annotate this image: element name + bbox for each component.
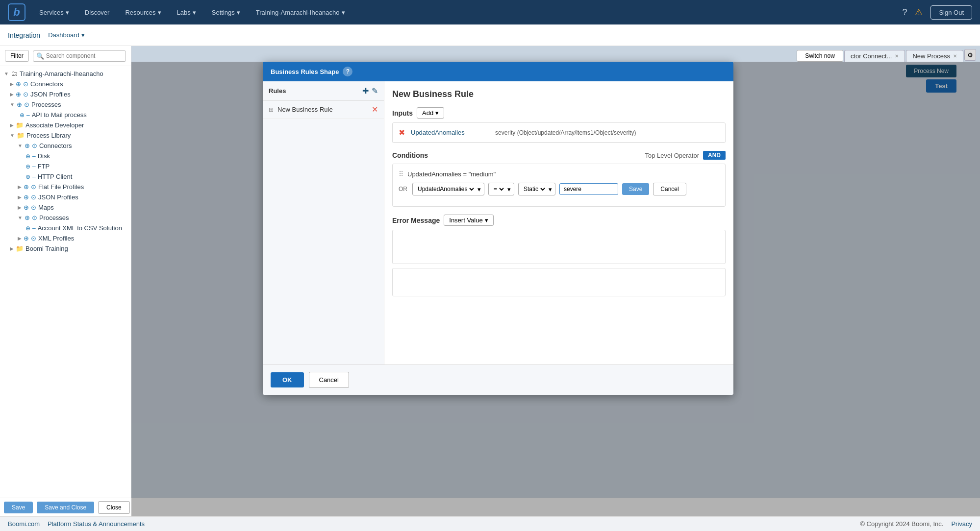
modal-footer: OK Cancel	[263, 364, 733, 395]
top-nav: b Services ▾ Discover Resources ▾ Labs ▾…	[0, 0, 980, 24]
tree-item-process-library[interactable]: ▼ 📁 Process Library	[0, 130, 131, 141]
and-badge[interactable]: AND	[703, 151, 726, 160]
nav-settings[interactable]: Settings ▾	[206, 6, 246, 19]
chevron-down-icon: ▾	[66, 9, 69, 16]
condition-type-dropdown[interactable]: Static	[522, 185, 547, 193]
tree-item-disk[interactable]: ⊕ – Disk	[0, 151, 131, 161]
filter-button[interactable]: Filter	[5, 50, 29, 62]
chevron-down-icon: ▾	[193, 9, 196, 16]
tree-item-processes[interactable]: ▼ ⊕ ⊙ Processes	[0, 99, 131, 110]
condition-cancel-button[interactable]: Cancel	[653, 183, 686, 195]
chevron-down-icon: ▾	[158, 9, 161, 16]
ok-button[interactable]: OK	[271, 372, 304, 387]
nav-services[interactable]: Services ▾	[33, 6, 75, 19]
tree-item-json-profiles[interactable]: ▶ ⊕ ⊙ JSON Profiles	[0, 89, 131, 99]
condition-field-select[interactable]: UpdatedAnomalies ▾	[412, 183, 484, 195]
platform-link[interactable]: Platform Status & Announcements	[48, 520, 145, 528]
close-tab-connector-icon[interactable]: ✕	[895, 53, 899, 59]
tree-item-connectors[interactable]: ▶ ⊕ ⊙ Connectors	[0, 79, 131, 89]
rules-panel: Rules ✚ ✎ ⊞ New Business Rule ✕	[263, 81, 384, 364]
input-row: ✖ UpdatedAnomalies severity (Object/upda…	[393, 123, 725, 143]
close-tab-new-icon[interactable]: ✕	[953, 53, 957, 59]
condition-op-dropdown[interactable]: =	[492, 185, 505, 193]
chevron-down-icon: ▾	[477, 186, 481, 193]
tree-item-http[interactable]: ⊕ – HTTP Client	[0, 171, 131, 182]
help-icon[interactable]: ?	[902, 7, 907, 18]
sidebar-tree: ▼ 🗂 Training-Amarachi-Iheanacho ▶ ⊕ ⊙ Co…	[0, 66, 131, 501]
dashboard-tab[interactable]: Dashboard ▾	[48, 31, 85, 39]
help-icon[interactable]: ?	[343, 67, 352, 76]
error-msg-label: Error Message	[392, 217, 440, 224]
save-close-button[interactable]: Save and Close	[37, 502, 94, 513]
insert-value-button[interactable]: Insert Value ▾	[444, 215, 493, 226]
sign-out-button[interactable]: Sign Out	[930, 5, 972, 20]
nav-discover[interactable]: Discover	[79, 6, 116, 19]
condition-type-select[interactable]: Static ▾	[518, 183, 555, 195]
modal-title: Business Rules Shape	[271, 68, 339, 75]
modal-header: Business Rules Shape ?	[263, 62, 733, 81]
main-layout: Filter 🔍 ▼ 🗂 Training-Amarachi-Iheanacho…	[0, 46, 980, 516]
tree-item-boomi-training[interactable]: ▶ 📁 Boomi Training	[0, 243, 131, 254]
tree-item-xml-profiles[interactable]: ▶ ⊕ ⊙ XML Profiles	[0, 233, 131, 243]
condition-save-button[interactable]: Save	[622, 183, 649, 195]
rule-delete-icon[interactable]: ✕	[372, 105, 378, 114]
nav-labs[interactable]: Labs ▾	[171, 6, 202, 19]
input-name[interactable]: UpdatedAnomalies	[411, 129, 489, 136]
modal-container: Business Rules Shape ? Rules ✚ ✎	[263, 62, 733, 395]
rule-item-new[interactable]: ⊞ New Business Rule ✕	[263, 101, 384, 119]
rule-grid-icon: ⊞	[269, 106, 274, 113]
input-value: severity (Object/updated/Array/items1/Ob…	[495, 129, 636, 136]
second-row: Integration Dashboard ▾	[0, 24, 980, 46]
close-button[interactable]: Close	[98, 501, 130, 514]
add-input-button[interactable]: Add ▾	[417, 107, 444, 119]
boomi-link[interactable]: Boomi.com	[8, 520, 40, 528]
error-msg-box[interactable]	[392, 230, 726, 264]
integration-tab[interactable]: Integration	[8, 31, 40, 39]
condition-text: UpdatedAnomalies = "medium"	[407, 170, 496, 178]
settings-icon[interactable]: ⚙	[964, 49, 976, 61]
tree-item-associate[interactable]: ▶ 📁 Associate Developer	[0, 120, 131, 130]
conditions-section: Conditions Top Level Operator AND	[392, 151, 726, 207]
edit-rule-button[interactable]: ✎	[372, 86, 378, 96]
search-box: 🔍	[33, 50, 126, 62]
error-message-section: Error Message Insert Value ▾	[392, 215, 726, 296]
condition-value-input[interactable]	[559, 183, 618, 195]
tree-item-pl-processes[interactable]: ▼ ⊕ ⊙ Processes	[0, 213, 131, 223]
tree-item-root[interactable]: ▼ 🗂 Training-Amarachi-Iheanacho	[0, 68, 131, 79]
cancel-modal-button[interactable]: Cancel	[309, 372, 349, 388]
rule-name: New Business Rule	[277, 106, 368, 113]
chevron-down-icon: ▾	[507, 186, 511, 193]
chevron-down-icon: ▾	[237, 9, 240, 16]
switch-now-button[interactable]: Switch now	[797, 50, 843, 62]
chevron-down-icon: ▾	[485, 217, 488, 224]
privacy-link[interactable]: Privacy	[951, 520, 972, 528]
nav-training[interactable]: Training-Amarachi-Iheanacho ▾	[250, 6, 351, 19]
rules-label: Rules	[269, 87, 286, 95]
boomi-logo: b	[8, 3, 25, 21]
add-rule-button[interactable]: ✚	[362, 86, 369, 96]
process-tab-new[interactable]: New Process ✕	[906, 50, 963, 62]
save-button[interactable]: Save	[4, 502, 33, 513]
tree-item-maps[interactable]: ▶ ⊕ ⊙ Maps	[0, 202, 131, 213]
drag-handle-icon[interactable]: ⠿	[399, 170, 403, 178]
tree-item-api-mail[interactable]: ⊕ – API to Mail process	[0, 110, 131, 120]
extra-box	[392, 268, 726, 296]
tree-item-acct-xml[interactable]: ⊕ – Account XML to CSV Solution	[0, 223, 131, 233]
chevron-down-icon: ▾	[435, 109, 439, 117]
nav-resources[interactable]: Resources ▾	[119, 6, 167, 19]
search-input[interactable]	[46, 52, 123, 59]
inputs-section-header: Inputs Add ▾	[392, 107, 726, 119]
tree-item-pl-connectors[interactable]: ▼ ⊕ ⊙ Connectors	[0, 141, 131, 151]
tree-item-ftp[interactable]: ⊕ – FTP	[0, 161, 131, 171]
new-condition-row: OR UpdatedAnomalies ▾	[399, 183, 719, 195]
existing-condition: ⠿ UpdatedAnomalies = "medium"	[399, 170, 719, 178]
chevron-down-icon: ▾	[549, 186, 552, 193]
rules-header: Rules ✚ ✎	[263, 81, 384, 101]
condition-op-select[interactable]: = ▾	[488, 183, 514, 195]
tree-item-pl-json[interactable]: ▶ ⊕ ⊙ JSON Profiles	[0, 192, 131, 202]
tree-item-flat-file[interactable]: ▶ ⊕ ⊙ Flat File Profiles	[0, 182, 131, 192]
warning-icon[interactable]: ⚠	[915, 7, 923, 18]
process-tab-connector[interactable]: ctor Connect... ✕	[844, 50, 905, 62]
condition-field-dropdown[interactable]: UpdatedAnomalies	[416, 185, 476, 193]
footer: Boomi.com Platform Status & Announcement…	[0, 516, 980, 531]
